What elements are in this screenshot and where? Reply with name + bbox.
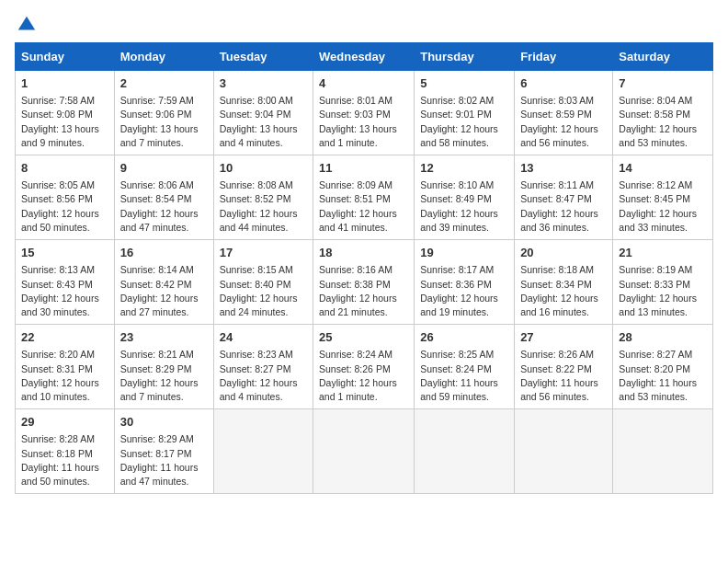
day-number: 4 <box>319 75 408 92</box>
calendar-cell <box>313 409 415 494</box>
day-info: Sunrise: 8:13 AM Sunset: 8:43 PM Dayligh… <box>21 263 108 319</box>
calendar-week-2: 8Sunrise: 8:05 AM Sunset: 8:56 PM Daylig… <box>16 155 713 240</box>
calendar-week-1: 1Sunrise: 7:58 AM Sunset: 9:08 PM Daylig… <box>16 71 713 155</box>
day-number: 16 <box>120 245 208 261</box>
day-info: Sunrise: 8:01 AM Sunset: 9:03 PM Dayligh… <box>319 94 408 150</box>
calendar-cell: 14Sunrise: 8:12 AM Sunset: 8:45 PM Dayli… <box>613 155 713 240</box>
day-info: Sunrise: 8:12 AM Sunset: 8:45 PM Dayligh… <box>619 178 707 235</box>
day-number: 28 <box>619 329 707 346</box>
calendar-week-3: 15Sunrise: 8:13 AM Sunset: 8:43 PM Dayli… <box>16 240 713 325</box>
day-number: 25 <box>319 329 408 346</box>
calendar-cell: 10Sunrise: 8:08 AM Sunset: 8:52 PM Dayli… <box>213 155 313 240</box>
day-header-tuesday: Tuesday <box>213 43 313 71</box>
day-header-wednesday: Wednesday <box>313 43 415 71</box>
day-number: 24 <box>220 329 307 346</box>
day-number: 19 <box>420 245 508 261</box>
calendar-header-row: SundayMondayTuesdayWednesdayThursdayFrid… <box>16 43 713 71</box>
day-number: 13 <box>520 160 607 177</box>
day-info: Sunrise: 8:02 AM Sunset: 9:01 PM Dayligh… <box>420 94 508 150</box>
calendar-cell: 4Sunrise: 8:01 AM Sunset: 9:03 PM Daylig… <box>313 71 415 155</box>
calendar-cell: 3Sunrise: 8:00 AM Sunset: 9:04 PM Daylig… <box>213 71 313 155</box>
calendar-cell: 30Sunrise: 8:29 AM Sunset: 8:17 PM Dayli… <box>114 409 213 494</box>
calendar-cell: 9Sunrise: 8:06 AM Sunset: 8:54 PM Daylig… <box>114 155 213 240</box>
day-number: 3 <box>220 75 307 92</box>
calendar-cell: 27Sunrise: 8:26 AM Sunset: 8:22 PM Dayli… <box>515 325 613 409</box>
page-header <box>15 15 713 31</box>
day-number: 10 <box>220 160 307 177</box>
day-number: 29 <box>21 414 108 431</box>
calendar-cell <box>515 409 613 494</box>
calendar-week-4: 22Sunrise: 8:20 AM Sunset: 8:31 PM Dayli… <box>16 325 713 409</box>
calendar-cell: 15Sunrise: 8:13 AM Sunset: 8:43 PM Dayli… <box>16 240 115 325</box>
day-info: Sunrise: 8:27 AM Sunset: 8:20 PM Dayligh… <box>619 348 707 404</box>
day-header-sunday: Sunday <box>16 43 115 71</box>
day-info: Sunrise: 8:06 AM Sunset: 8:54 PM Dayligh… <box>120 178 208 235</box>
calendar-cell: 29Sunrise: 8:28 AM Sunset: 8:18 PM Dayli… <box>16 409 115 494</box>
day-info: Sunrise: 8:05 AM Sunset: 8:56 PM Dayligh… <box>21 178 108 235</box>
day-info: Sunrise: 7:59 AM Sunset: 9:06 PM Dayligh… <box>120 94 208 150</box>
day-number: 18 <box>319 245 408 261</box>
day-number: 21 <box>619 245 707 261</box>
day-number: 14 <box>619 160 707 177</box>
day-info: Sunrise: 8:15 AM Sunset: 8:40 PM Dayligh… <box>220 263 307 319</box>
calendar-cell: 11Sunrise: 8:09 AM Sunset: 8:51 PM Dayli… <box>313 155 415 240</box>
day-number: 17 <box>220 245 307 261</box>
day-info: Sunrise: 8:25 AM Sunset: 8:24 PM Dayligh… <box>420 348 508 404</box>
calendar-cell: 5Sunrise: 8:02 AM Sunset: 9:01 PM Daylig… <box>415 71 515 155</box>
day-info: Sunrise: 8:03 AM Sunset: 8:59 PM Dayligh… <box>520 94 607 150</box>
day-info: Sunrise: 8:09 AM Sunset: 8:51 PM Dayligh… <box>319 178 408 235</box>
day-number: 12 <box>420 160 508 177</box>
calendar-cell: 23Sunrise: 8:21 AM Sunset: 8:29 PM Dayli… <box>114 325 213 409</box>
calendar-cell: 7Sunrise: 8:04 AM Sunset: 8:58 PM Daylig… <box>613 71 713 155</box>
day-info: Sunrise: 8:28 AM Sunset: 8:18 PM Dayligh… <box>21 432 108 488</box>
calendar-cell: 18Sunrise: 8:16 AM Sunset: 8:38 PM Dayli… <box>313 240 415 325</box>
day-number: 11 <box>319 160 408 177</box>
day-number: 27 <box>520 329 607 346</box>
calendar-cell: 1Sunrise: 7:58 AM Sunset: 9:08 PM Daylig… <box>16 71 115 155</box>
calendar-cell: 28Sunrise: 8:27 AM Sunset: 8:20 PM Dayli… <box>613 325 713 409</box>
day-info: Sunrise: 8:26 AM Sunset: 8:22 PM Dayligh… <box>520 348 607 404</box>
day-info: Sunrise: 8:10 AM Sunset: 8:49 PM Dayligh… <box>420 178 508 235</box>
calendar-cell: 8Sunrise: 8:05 AM Sunset: 8:56 PM Daylig… <box>16 155 115 240</box>
calendar-cell: 17Sunrise: 8:15 AM Sunset: 8:40 PM Dayli… <box>213 240 313 325</box>
day-number: 22 <box>21 329 108 346</box>
day-header-thursday: Thursday <box>415 43 515 71</box>
calendar-cell: 20Sunrise: 8:18 AM Sunset: 8:34 PM Dayli… <box>515 240 613 325</box>
day-info: Sunrise: 7:58 AM Sunset: 9:08 PM Dayligh… <box>21 94 108 150</box>
calendar-cell: 21Sunrise: 8:19 AM Sunset: 8:33 PM Dayli… <box>613 240 713 325</box>
logo <box>15 15 37 31</box>
calendar-table: SundayMondayTuesdayWednesdayThursdayFrid… <box>15 42 713 494</box>
day-header-monday: Monday <box>114 43 213 71</box>
calendar-cell <box>213 409 313 494</box>
day-header-friday: Friday <box>515 43 613 71</box>
logo-icon <box>17 15 37 35</box>
calendar-cell: 13Sunrise: 8:11 AM Sunset: 8:47 PM Dayli… <box>515 155 613 240</box>
day-info: Sunrise: 8:23 AM Sunset: 8:27 PM Dayligh… <box>220 348 307 404</box>
calendar-cell: 25Sunrise: 8:24 AM Sunset: 8:26 PM Dayli… <box>313 325 415 409</box>
day-info: Sunrise: 8:24 AM Sunset: 8:26 PM Dayligh… <box>319 348 408 404</box>
day-info: Sunrise: 8:11 AM Sunset: 8:47 PM Dayligh… <box>520 178 607 235</box>
calendar-cell <box>613 409 713 494</box>
calendar-week-5: 29Sunrise: 8:28 AM Sunset: 8:18 PM Dayli… <box>16 409 713 494</box>
day-info: Sunrise: 8:29 AM Sunset: 8:17 PM Dayligh… <box>120 432 208 488</box>
day-number: 8 <box>21 160 108 177</box>
day-info: Sunrise: 8:16 AM Sunset: 8:38 PM Dayligh… <box>319 263 408 319</box>
day-number: 7 <box>619 75 707 92</box>
day-number: 15 <box>21 245 108 261</box>
day-info: Sunrise: 8:14 AM Sunset: 8:42 PM Dayligh… <box>120 263 208 319</box>
day-header-saturday: Saturday <box>613 43 713 71</box>
day-number: 23 <box>120 329 208 346</box>
calendar-cell <box>415 409 515 494</box>
day-info: Sunrise: 8:08 AM Sunset: 8:52 PM Dayligh… <box>220 178 307 235</box>
calendar-cell: 16Sunrise: 8:14 AM Sunset: 8:42 PM Dayli… <box>114 240 213 325</box>
calendar-cell: 12Sunrise: 8:10 AM Sunset: 8:49 PM Dayli… <box>415 155 515 240</box>
calendar-cell: 26Sunrise: 8:25 AM Sunset: 8:24 PM Dayli… <box>415 325 515 409</box>
day-number: 9 <box>120 160 208 177</box>
day-number: 1 <box>21 75 108 92</box>
day-info: Sunrise: 8:21 AM Sunset: 8:29 PM Dayligh… <box>120 348 208 404</box>
calendar-cell: 6Sunrise: 8:03 AM Sunset: 8:59 PM Daylig… <box>515 71 613 155</box>
day-number: 26 <box>420 329 508 346</box>
day-info: Sunrise: 8:19 AM Sunset: 8:33 PM Dayligh… <box>619 263 707 319</box>
calendar-cell: 24Sunrise: 8:23 AM Sunset: 8:27 PM Dayli… <box>213 325 313 409</box>
day-number: 20 <box>520 245 607 261</box>
